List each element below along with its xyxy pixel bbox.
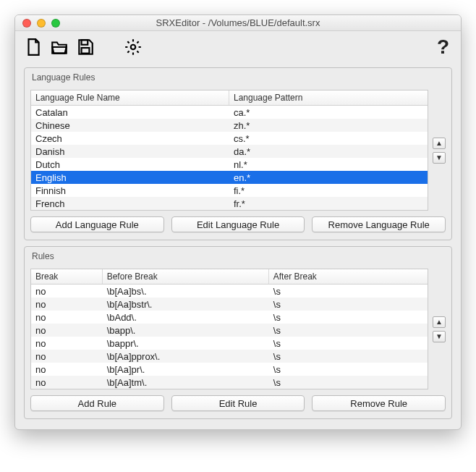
cell-after-break: \s [269, 377, 428, 388]
cell-language-pattern: fi.* [229, 185, 428, 196]
col-language-pattern[interactable]: Language Pattern [229, 90, 428, 105]
col-break[interactable]: Break [31, 269, 103, 284]
close-window-button[interactable] [22, 19, 31, 28]
svg-rect-1 [82, 48, 90, 54]
col-after-break[interactable]: After Break [269, 269, 428, 284]
cell-before-break: \b[Aa]pr\. [103, 364, 269, 375]
cell-after-break: \s [269, 351, 428, 362]
cell-language-name: Dutch [31, 159, 229, 170]
open-file-button[interactable] [48, 36, 70, 58]
language-rules-label: Language Rules [30, 72, 446, 84]
save-icon [76, 38, 95, 56]
table-row[interactable]: no\b[Aa]bstr\.\s [31, 298, 428, 311]
app-window: SRXEditor - /Volumes/BLUE/default.srx ? … [14, 14, 462, 430]
rules-header: Break Before Break After Break [31, 269, 428, 285]
cell-before-break: \bAdd\. [103, 312, 269, 323]
language-rules-reorder: ▲ ▼ [433, 138, 446, 164]
cell-break: no [31, 351, 103, 362]
rule-move-up-button[interactable]: ▲ [433, 316, 446, 328]
help-button[interactable]: ? [437, 35, 454, 59]
svg-point-2 [131, 45, 136, 50]
table-row[interactable]: Finnishfi.* [31, 184, 428, 197]
rules-group: Rules Break Before Break After Break no\… [24, 246, 452, 419]
titlebar: SRXEditor - /Volumes/BLUE/default.srx [15, 15, 461, 31]
cell-break: no [31, 312, 103, 323]
table-row[interactable]: no\b[Aa]pprox\.\s [31, 350, 428, 363]
cell-language-name: English [31, 172, 229, 183]
cell-before-break: \b[Aa]bstr\. [103, 299, 269, 310]
cell-language-pattern: en.* [229, 172, 428, 183]
cell-before-break: \bappr\. [103, 338, 269, 349]
language-rules-table[interactable]: Language Rule Name Language Pattern Cata… [30, 90, 428, 211]
rule-move-down-button[interactable]: ▼ [433, 331, 446, 342]
cell-after-break: \s [269, 325, 428, 336]
table-row[interactable]: no\bapp\.\s [31, 324, 428, 337]
cell-language-pattern: fr.* [229, 198, 428, 209]
cell-before-break: \bapp\. [103, 325, 269, 336]
table-row[interactable]: Czechcs.* [31, 132, 428, 145]
cell-break: no [31, 325, 103, 336]
table-row[interactable]: no\bappr\.\s [31, 337, 428, 350]
language-rules-header: Language Rule Name Language Pattern [31, 90, 428, 106]
language-rules-group: Language Rules Language Rule Name Langua… [24, 67, 452, 240]
cell-language-name: Danish [31, 146, 229, 157]
table-row[interactable]: Frenchfr.* [31, 197, 428, 210]
table-row[interactable]: Chinesezh.* [31, 119, 428, 132]
new-file-button[interactable] [22, 36, 44, 58]
table-row[interactable]: no\b[Aa]bs\.\s [31, 285, 428, 298]
table-row[interactable]: Englishen.* [31, 171, 428, 184]
cell-after-break: \s [269, 338, 428, 349]
rules-table[interactable]: Break Before Break After Break no\b[Aa]b… [30, 269, 428, 389]
cell-language-pattern: da.* [229, 146, 428, 157]
cell-break: no [31, 338, 103, 349]
settings-button[interactable] [122, 36, 144, 58]
cell-language-name: French [31, 198, 229, 209]
cell-before-break: \b[Aa]pprox\. [103, 351, 269, 362]
zoom-window-button[interactable] [51, 19, 60, 28]
cell-break: no [31, 299, 103, 310]
edit-rule-button[interactable]: Edit Rule [171, 395, 305, 411]
cell-before-break: \b[Aa]bs\. [103, 286, 269, 297]
minimize-window-button[interactable] [37, 19, 46, 28]
cell-after-break: \s [269, 312, 428, 323]
add-language-rule-button[interactable]: Add Language Rule [30, 216, 164, 232]
cell-language-name: Catalan [31, 107, 229, 118]
new-file-icon [24, 38, 43, 56]
save-file-button[interactable] [75, 36, 96, 58]
toolbar: ? [15, 31, 461, 63]
window-title: SRXEditor - /Volumes/BLUE/default.srx [15, 17, 461, 28]
cell-language-pattern: nl.* [229, 159, 428, 170]
cell-language-name: Czech [31, 133, 229, 144]
cell-before-break: \b[Aa]tm\. [103, 377, 269, 388]
table-row[interactable]: no\bAdd\.\s [31, 311, 428, 324]
col-before-break[interactable]: Before Break [103, 269, 269, 284]
cell-language-pattern: ca.* [229, 107, 428, 118]
cell-break: no [31, 286, 103, 297]
table-row[interactable]: Catalanca.* [31, 106, 428, 119]
remove-language-rule-button[interactable]: Remove Language Rule [312, 216, 446, 232]
gear-icon [124, 38, 143, 56]
rules-reorder: ▲ ▼ [433, 316, 446, 342]
add-rule-button[interactable]: Add Rule [30, 395, 164, 411]
language-rule-move-down-button[interactable]: ▼ [433, 152, 446, 164]
open-folder-icon [50, 38, 69, 56]
rules-label: Rules [30, 251, 446, 263]
table-row[interactable]: Dutchnl.* [31, 158, 428, 171]
cell-after-break: \s [269, 286, 428, 297]
cell-after-break: \s [269, 299, 428, 310]
table-row[interactable]: Danishda.* [31, 145, 428, 158]
cell-break: no [31, 377, 103, 388]
table-row[interactable]: no\b[Aa]pr\.\s [31, 363, 428, 376]
svg-rect-0 [82, 40, 88, 45]
table-row[interactable]: no\b[Aa]tm\.\s [31, 376, 428, 389]
cell-language-name: Finnish [31, 185, 229, 196]
language-rule-move-up-button[interactable]: ▲ [433, 138, 446, 149]
cell-after-break: \s [269, 364, 428, 375]
cell-language-pattern: zh.* [229, 120, 428, 131]
remove-rule-button[interactable]: Remove Rule [312, 395, 446, 411]
edit-language-rule-button[interactable]: Edit Language Rule [171, 216, 305, 232]
window-controls [15, 19, 60, 28]
col-language-rule-name[interactable]: Language Rule Name [31, 90, 229, 105]
cell-language-name: Chinese [31, 120, 229, 131]
cell-break: no [31, 364, 103, 375]
